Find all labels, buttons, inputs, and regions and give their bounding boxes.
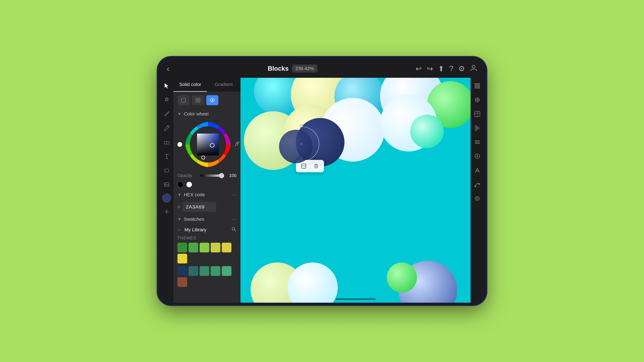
library-row: ← My Library: [174, 225, 240, 235]
select-tool[interactable]: [162, 81, 172, 90]
back-button[interactable]: ‹: [167, 64, 170, 73]
active-color-display[interactable]: [162, 194, 171, 202]
selection-handle-top[interactable]: [300, 124, 303, 127]
profile-button[interactable]: [470, 64, 477, 73]
svg-rect-25: [475, 85, 480, 86]
color-wheel-svg[interactable]: [184, 121, 232, 168]
hex-chevron: ▼: [178, 192, 182, 197]
color-picker-wrap: [162, 194, 171, 202]
insert-button[interactable]: [472, 151, 482, 161]
effects-button[interactable]: [472, 95, 482, 105]
svg-point-34: [475, 128, 477, 130]
circle-small-overlap: [279, 130, 312, 163]
layers-button[interactable]: [472, 81, 482, 90]
gradient-tab[interactable]: Gradient: [207, 78, 240, 92]
redo-button[interactable]: ↪: [427, 64, 433, 73]
text-tool[interactable]: [162, 151, 172, 161]
canvas-area[interactable]: [240, 78, 470, 303]
swatch-item[interactable]: [178, 254, 187, 264]
swatches-search-button[interactable]: [231, 226, 236, 233]
svg-rect-3: [165, 169, 169, 172]
color-mode-square[interactable]: [178, 95, 190, 105]
share-button[interactable]: ⬆: [438, 64, 444, 73]
eraser-tool[interactable]: [162, 137, 172, 147]
device-screen: ‹ Blocks 236.42% ↩ ↪ ⬆ ? ⚙: [160, 59, 484, 303]
color-wheel-section-header[interactable]: ▼ Color wheel: [174, 109, 240, 119]
themes-label: THEMES: [174, 235, 240, 241]
color-mode-wheel[interactable]: [206, 95, 218, 105]
svg-rect-24: [475, 83, 480, 84]
right-toolbar: [470, 78, 484, 303]
white-swatch[interactable]: [186, 182, 192, 188]
pencil-tool[interactable]: [162, 123, 172, 133]
panel-tabs: Solid color Gradient: [174, 78, 240, 92]
swatch-grid-row1: [174, 241, 240, 265]
circle-bottom-green: [387, 263, 417, 293]
svg-rect-7: [196, 98, 198, 100]
top-bar-icons: ↩ ↪ ⬆ ? ⚙: [416, 64, 477, 73]
document-title: Blocks: [268, 65, 289, 72]
svg-point-12: [212, 99, 213, 101]
opacity-slider[interactable]: [200, 174, 224, 177]
solid-color-tab[interactable]: Solid color: [174, 78, 207, 92]
swatch-item[interactable]: [178, 266, 187, 276]
preferences-button[interactable]: [472, 194, 482, 203]
swatches-section: ▼ Swatches ··· ← My Library THEMES: [174, 214, 240, 292]
assets-button[interactable]: [472, 109, 482, 119]
hex-section-header[interactable]: ▼ HEX code ···: [174, 189, 240, 200]
object-delete-button[interactable]: [312, 162, 321, 171]
zoom-level[interactable]: 236.42%: [292, 64, 317, 72]
svg-rect-26: [475, 87, 480, 88]
swatches-section-header[interactable]: ▼ Swatches ···: [174, 214, 240, 225]
text-style-button[interactable]: [472, 166, 482, 175]
svg-rect-8: [198, 98, 200, 100]
help-button[interactable]: ?: [449, 64, 453, 73]
black-swatch[interactable]: [178, 182, 184, 188]
object-style-button[interactable]: [299, 162, 308, 171]
swatch-item[interactable]: [222, 266, 232, 276]
hex-more-button[interactable]: ···: [232, 192, 236, 198]
swatches-more-button[interactable]: ···: [232, 216, 236, 222]
arrange-button[interactable]: [472, 137, 482, 147]
color-preview-dot: [178, 142, 182, 147]
scissors-button[interactable]: [472, 123, 482, 133]
main-content: Solid color Gradient: [160, 78, 484, 303]
swatch-item[interactable]: [178, 243, 187, 252]
swatches-label: Swatches: [184, 217, 230, 222]
color-mode-row: [174, 92, 240, 109]
color-wheel-label: Color wheel: [184, 111, 236, 117]
undo-button[interactable]: ↩: [416, 64, 422, 73]
top-bar: ‹ Blocks 236.42% ↩ ↪ ⬆ ? ⚙: [160, 59, 484, 78]
top-bar-title: Blocks 236.42%: [173, 64, 412, 72]
settings-button[interactable]: ⚙: [458, 64, 465, 73]
eyedropper-button[interactable]: [234, 141, 240, 148]
svg-point-0: [472, 65, 475, 68]
magic-tool[interactable]: [162, 95, 172, 105]
swatch-item[interactable]: [211, 266, 220, 276]
swatch-item[interactable]: [222, 243, 232, 252]
swatch-item[interactable]: [188, 266, 198, 276]
resize-tool[interactable]: [162, 207, 172, 217]
swatch-item[interactable]: [200, 266, 209, 276]
library-back-button[interactable]: ←: [178, 227, 182, 232]
pen-tool[interactable]: [162, 109, 172, 119]
path-button[interactable]: [472, 180, 482, 189]
hex-input-row: # 2A3A69: [178, 202, 236, 212]
color-wheel-chevron: ▼: [178, 112, 182, 116]
image-tool[interactable]: [162, 180, 172, 189]
svg-rect-10: [198, 100, 200, 102]
shape-tool[interactable]: [162, 166, 172, 175]
svg-rect-9: [196, 100, 198, 102]
swatch-item[interactable]: [200, 243, 209, 252]
color-wheel-wrapper[interactable]: [184, 121, 232, 168]
hex-value-input[interactable]: 2A3A69: [183, 202, 216, 212]
swatch-item[interactable]: [211, 243, 220, 252]
swatch-item[interactable]: [178, 277, 187, 287]
opacity-thumb[interactable]: [219, 173, 224, 178]
color-panel: Solid color Gradient: [174, 78, 240, 303]
wheel-row: [178, 121, 236, 168]
swatch-item[interactable]: [188, 243, 198, 252]
color-mode-grid[interactable]: [192, 95, 204, 105]
left-toolbar: [160, 78, 174, 303]
svg-rect-6: [182, 98, 186, 102]
